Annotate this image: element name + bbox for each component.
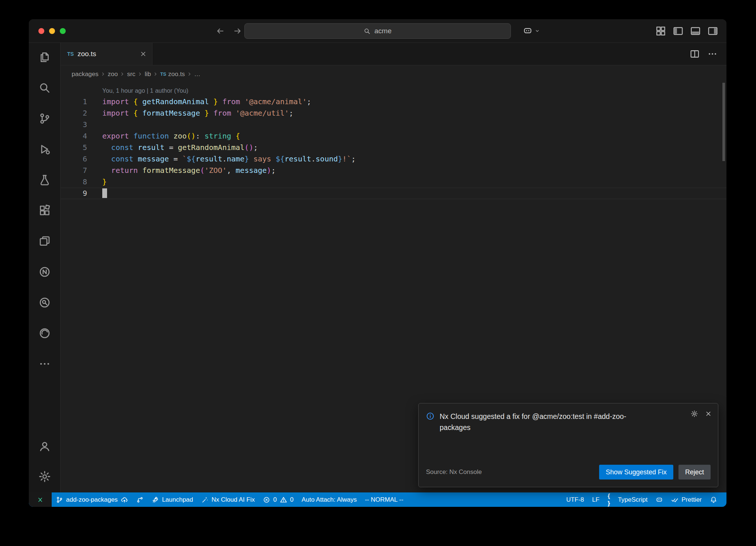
- activity-account-icon[interactable]: [38, 440, 51, 453]
- notification-body: Nx Cloud suggested a fix for @acme/zoo:t…: [426, 411, 711, 433]
- code-text: }: [102, 176, 107, 188]
- breadcrumb-label: …: [194, 71, 200, 78]
- desktop: acme TS zoo.ts: [0, 0, 756, 546]
- customize-layout-button[interactable]: [655, 25, 666, 37]
- typescript-file-icon: TS: [160, 71, 166, 77]
- code-text: const result = getRandomAnimal();: [102, 142, 258, 153]
- line-number: 6: [61, 153, 87, 165]
- breadcrumb-packages[interactable]: packages: [71, 71, 99, 78]
- breadcrumb-separator-icon: [100, 71, 106, 77]
- close-window-button[interactable]: [38, 28, 44, 34]
- status-launchpad[interactable]: Launchpad: [148, 492, 197, 507]
- notification-toast: Nx Cloud suggested a fix for @acme/zoo:t…: [418, 403, 718, 487]
- copilot-icon: [656, 496, 663, 504]
- activity-edge-tools-icon[interactable]: [38, 327, 51, 339]
- breadcrumb-symbol-path[interactable]: …: [193, 71, 201, 78]
- status-git-branch[interactable]: add-zoo-packages: [52, 492, 132, 507]
- code-text: import { getRandomAnimal } from '@acme/a…: [102, 96, 311, 108]
- ai-fix-icon: [201, 496, 209, 504]
- status-problems[interactable]: 00: [259, 492, 298, 507]
- code-line-3: 3: [61, 119, 726, 130]
- activity-references-icon[interactable]: [38, 235, 51, 248]
- code-line-6: 6 const message = `${result.name} says $…: [61, 153, 726, 165]
- activity-bar-bottom: [38, 440, 51, 483]
- line-number: 8: [61, 176, 87, 188]
- activity-more-icon[interactable]: [38, 358, 51, 370]
- breadcrumb-lib[interactable]: lib: [144, 71, 152, 78]
- more-actions-button[interactable]: [707, 49, 718, 59]
- line-number: 5: [61, 142, 87, 153]
- git-branch-icon: [56, 496, 63, 504]
- minimize-window-button[interactable]: [49, 28, 55, 34]
- activity-search-circle-icon[interactable]: [38, 296, 51, 309]
- status-prettier[interactable]: Prettier: [667, 492, 706, 507]
- close-tab-button[interactable]: [140, 50, 147, 58]
- activity-extensions-icon[interactable]: [38, 204, 51, 217]
- activity-run-and-debug-icon[interactable]: [38, 143, 51, 156]
- breadcrumb-src[interactable]: src: [126, 71, 136, 78]
- activity-source-control-icon[interactable]: [38, 112, 51, 125]
- line-number: 9: [61, 188, 87, 199]
- tab-bar: TS zoo.ts: [61, 43, 726, 65]
- zoom-window-button[interactable]: [60, 28, 66, 34]
- info-icon: [426, 412, 434, 420]
- status-encoding-label: UTF-8: [566, 496, 584, 504]
- split-editor-button[interactable]: [690, 49, 700, 59]
- notification-buttons: Show Suggested Fix Reject: [599, 465, 711, 480]
- breadcrumb-label: src: [127, 71, 135, 78]
- toggle-primary-sidebar-button[interactable]: [673, 25, 684, 37]
- reject-button[interactable]: Reject: [678, 465, 711, 480]
- activity-search-icon[interactable]: [38, 82, 51, 94]
- activity-nx-console-icon[interactable]: [38, 266, 51, 278]
- close-notification-icon[interactable]: [705, 410, 712, 417]
- status-auto-attach[interactable]: Auto Attach: Always: [298, 492, 361, 507]
- status-vim-mode[interactable]: -- NORMAL --: [361, 492, 407, 507]
- breadcrumb-separator-icon: [187, 71, 192, 77]
- breadcrumb-zoo[interactable]: zoo: [107, 71, 118, 78]
- tab-label: zoo.ts: [78, 50, 96, 58]
- editor-scrollbar[interactable]: [722, 83, 725, 161]
- activity-explorer-icon[interactable]: [38, 51, 51, 64]
- status-source-control-graph[interactable]: [132, 492, 148, 507]
- notification-message: Nx Cloud suggested a fix for @acme/zoo:t…: [440, 411, 652, 433]
- activity-testing-icon[interactable]: [38, 174, 51, 186]
- code-lines: 1import { getRandomAnimal } from '@acme/…: [61, 96, 726, 199]
- line-number: 2: [61, 108, 87, 119]
- rocket-icon: [152, 496, 159, 504]
- code-line-1: 1import { getRandomAnimal } from '@acme/…: [61, 96, 726, 108]
- forward-button[interactable]: [233, 26, 243, 36]
- breadcrumb-separator-icon: [153, 71, 158, 77]
- tab-zoo-ts[interactable]: TS zoo.ts: [61, 43, 152, 65]
- code-text: [102, 188, 107, 199]
- activity-settings-icon[interactable]: [38, 470, 51, 483]
- command-center-text: acme: [374, 27, 391, 35]
- error-icon: [263, 496, 270, 504]
- line-number: 7: [61, 165, 87, 176]
- status-language-mode[interactable]: { }TypeScript: [604, 492, 652, 507]
- breadcrumb-label: lib: [145, 71, 151, 78]
- status-remote-indicator[interactable]: [29, 492, 52, 507]
- code-line-8: 8}: [61, 176, 726, 188]
- remote-icon: [37, 496, 44, 504]
- toggle-panel-button[interactable]: [690, 25, 701, 37]
- breadcrumb-zoo-ts[interactable]: TSzoo.ts: [159, 71, 186, 78]
- braces-icon: { }: [608, 496, 615, 504]
- code-line-2: 2import { formatMessage } from '@acme/ut…: [61, 108, 726, 119]
- status-encoding[interactable]: UTF-8: [562, 492, 588, 507]
- status-nx-cloud-ai-fix[interactable]: Nx Cloud AI Fix: [197, 492, 259, 507]
- code-text: const message = `${result.name} says ${r…: [102, 153, 355, 165]
- notification-settings-icon[interactable]: [691, 410, 698, 417]
- activity-bar: [29, 43, 61, 492]
- show-suggested-fix-button[interactable]: Show Suggested Fix: [599, 465, 673, 480]
- activity-bar-top: [38, 51, 51, 370]
- command-center-search[interactable]: acme: [244, 23, 511, 39]
- code-line-4: 4export function zoo(): string {: [61, 130, 726, 142]
- status-copilot[interactable]: [652, 492, 667, 507]
- back-button[interactable]: [215, 26, 225, 36]
- copilot-menu[interactable]: [523, 19, 540, 42]
- status-eol[interactable]: LF: [588, 492, 604, 507]
- toggle-secondary-sidebar-button[interactable]: [707, 25, 718, 37]
- breadcrumb-label: zoo: [108, 71, 118, 78]
- code-text: return formatMessage('ZOO', message);: [102, 165, 276, 176]
- status-notifications[interactable]: [706, 492, 721, 507]
